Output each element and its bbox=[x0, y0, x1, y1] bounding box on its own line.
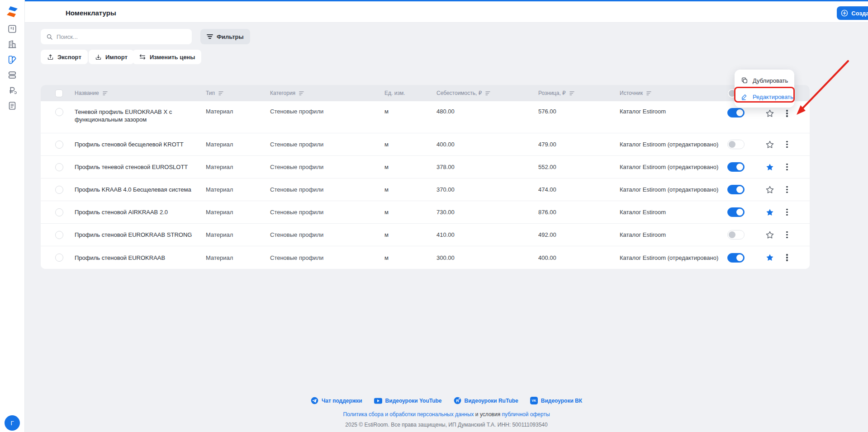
row-checkbox[interactable] bbox=[55, 141, 63, 149]
cell-category: Стеновые профили bbox=[270, 231, 384, 238]
favorite-star-icon[interactable] bbox=[764, 139, 775, 150]
context-menu-duplicate[interactable]: Дублировать bbox=[735, 72, 794, 89]
sidebar-item-building-icon[interactable] bbox=[7, 39, 18, 50]
active-toggle[interactable] bbox=[727, 253, 745, 263]
column-header-source[interactable]: Источник bbox=[620, 90, 721, 96]
active-toggle[interactable] bbox=[727, 207, 745, 217]
cell-unit: м bbox=[384, 108, 436, 115]
column-header-category[interactable]: Категория bbox=[270, 90, 384, 96]
app-logo-icon[interactable] bbox=[6, 5, 19, 18]
column-header-retail[interactable]: Розница, ₽ bbox=[538, 90, 620, 96]
row-checkbox[interactable] bbox=[55, 231, 63, 239]
page-header: Номенклатуры Создать bbox=[25, 1, 868, 23]
select-all-checkbox[interactable] bbox=[55, 89, 63, 97]
sidebar: Г bbox=[0, 0, 25, 432]
sort-icon[interactable] bbox=[646, 91, 651, 95]
offer-link[interactable]: публичной оферты bbox=[502, 411, 550, 418]
cell-cost: 730.00 bbox=[436, 209, 538, 216]
create-button[interactable]: Создать bbox=[837, 6, 868, 20]
cell-cost: 480.00 bbox=[436, 108, 538, 115]
favorite-star-icon[interactable] bbox=[764, 230, 775, 240]
cell-name: Профиль стеновой бесщелевой KROTT bbox=[75, 141, 206, 148]
favorite-star-icon[interactable] bbox=[764, 184, 775, 195]
search-input[interactable] bbox=[57, 33, 186, 40]
context-menu-edit[interactable]: Редактировать bbox=[735, 89, 794, 105]
sidebar-item-ruble-rates-icon[interactable] bbox=[7, 85, 18, 96]
row-actions-menu-button[interactable] bbox=[783, 207, 792, 218]
row-checkbox[interactable] bbox=[55, 208, 63, 216]
sort-icon[interactable] bbox=[299, 91, 304, 95]
cell-retail: 876.00 bbox=[538, 209, 620, 216]
sidebar-item-board-icon[interactable] bbox=[7, 23, 18, 34]
cell-type: Материал bbox=[206, 254, 270, 261]
sidebar-item-nomenclatures-swatch-icon[interactable] bbox=[7, 54, 18, 65]
plus-circle-icon bbox=[841, 9, 848, 17]
column-header-name[interactable]: Название bbox=[75, 89, 206, 97]
change-prices-button[interactable]: Изменить цены bbox=[133, 50, 201, 64]
import-button[interactable]: Импорт bbox=[89, 50, 134, 64]
cell-category: Стеновые профили bbox=[270, 108, 384, 115]
rutube-videos-link[interactable]: R Видеоуроки RuTube bbox=[454, 397, 518, 404]
row-actions-menu-button[interactable] bbox=[783, 108, 792, 119]
duplicate-label: Дублировать bbox=[753, 77, 788, 84]
export-button[interactable]: Экспорт bbox=[41, 50, 88, 64]
edit-label: Редактировать bbox=[753, 94, 793, 100]
row-actions-menu-button[interactable] bbox=[783, 162, 792, 173]
cell-source: Каталог Estiroom bbox=[620, 231, 721, 238]
search-icon bbox=[46, 33, 53, 40]
youtube-videos-link[interactable]: Видеоуроки YouTube bbox=[374, 397, 442, 404]
row-checkbox[interactable] bbox=[55, 163, 63, 171]
cell-name: Профиль стеновой EUROKRAAB STRONG bbox=[75, 231, 206, 239]
favorite-star-icon[interactable] bbox=[764, 162, 775, 173]
favorite-star-icon[interactable] bbox=[764, 252, 775, 263]
search-box bbox=[41, 29, 192, 44]
sidebar-item-stack-icon[interactable] bbox=[7, 70, 18, 80]
cell-unit: м bbox=[384, 164, 436, 170]
favorite-star-icon[interactable] bbox=[764, 108, 775, 119]
cell-category: Стеновые профили bbox=[270, 254, 384, 261]
sort-icon[interactable] bbox=[485, 91, 490, 95]
sidebar-item-document-icon[interactable] bbox=[7, 100, 18, 111]
cell-name: Теневой профиль EUROKRAAB X с функционал… bbox=[75, 108, 206, 123]
cell-retail: 492.00 bbox=[538, 231, 620, 238]
policy-link[interactable]: Политика сбора и обработки персональных … bbox=[343, 411, 474, 418]
youtube-icon bbox=[374, 398, 382, 404]
sort-icon[interactable] bbox=[218, 91, 223, 95]
active-toggle[interactable] bbox=[727, 140, 745, 149]
row-checkbox[interactable] bbox=[55, 108, 63, 116]
sort-icon[interactable] bbox=[569, 91, 574, 95]
row-checkbox[interactable] bbox=[55, 254, 63, 262]
column-header-type[interactable]: Тип bbox=[206, 90, 270, 96]
favorite-star-icon[interactable] bbox=[764, 207, 775, 218]
cell-source: Каталог Estiroom (отредактировано) bbox=[620, 164, 721, 170]
nomenclatures-table: Название Тип Категория Ед. изм. Себестои… bbox=[41, 85, 810, 269]
support-chat-link[interactable]: Чат поддержки bbox=[311, 397, 362, 404]
row-actions-menu-button[interactable] bbox=[783, 139, 792, 150]
filters-button[interactable]: Фильтры bbox=[200, 29, 250, 44]
cell-source: Каталог Estiroom bbox=[620, 209, 721, 216]
column-header-cost[interactable]: Себестоимость, ₽ bbox=[436, 90, 538, 96]
vk-icon: VK bbox=[530, 397, 538, 404]
active-toggle[interactable] bbox=[727, 108, 745, 117]
cell-cost: 410.00 bbox=[436, 231, 538, 238]
row-checkbox[interactable] bbox=[55, 186, 63, 194]
cell-retail: 552.00 bbox=[538, 164, 620, 170]
vk-videos-link[interactable]: VK Видеоуроки ВК bbox=[530, 397, 582, 404]
footer-links: Чат поддержки Видеоуроки YouTube R Видео… bbox=[25, 397, 868, 404]
edit-pencil-icon bbox=[741, 93, 748, 100]
cell-cost: 400.00 bbox=[436, 141, 538, 148]
row-actions-menu-button[interactable] bbox=[783, 252, 792, 263]
cell-unit: м bbox=[384, 209, 436, 216]
active-toggle[interactable] bbox=[727, 185, 745, 194]
swap-arrows-icon bbox=[139, 54, 146, 60]
table-row: Профиль стеновой бесщелевой KROTT Матери… bbox=[41, 133, 810, 156]
sort-icon[interactable] bbox=[103, 91, 108, 95]
active-toggle[interactable] bbox=[727, 162, 745, 172]
user-avatar[interactable]: Г bbox=[5, 415, 20, 431]
row-actions-menu-button[interactable] bbox=[783, 184, 792, 195]
row-actions-menu-button[interactable] bbox=[783, 230, 792, 240]
cell-unit: м bbox=[384, 186, 436, 193]
column-header-unit: Ед. изм. bbox=[384, 90, 436, 96]
active-toggle[interactable] bbox=[727, 230, 745, 239]
cell-type: Материал bbox=[206, 186, 270, 193]
